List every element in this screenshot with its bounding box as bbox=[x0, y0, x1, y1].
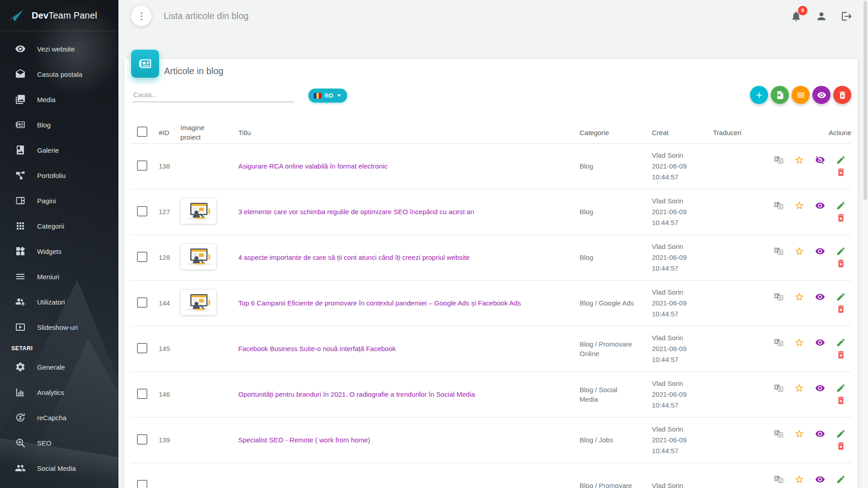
sidebar-item-analytics[interactable]: Analytics bbox=[0, 380, 118, 405]
row-title-link[interactable]: Facebook Business Suite-o nouă interfață… bbox=[238, 344, 410, 353]
sidebar-item-recapcha[interactable]: reCapcha bbox=[0, 405, 118, 430]
favorite-star-icon[interactable] bbox=[794, 429, 804, 439]
translate-icon[interactable] bbox=[774, 246, 783, 256]
toolbar-import-button[interactable] bbox=[771, 86, 789, 104]
delete-trash-icon[interactable] bbox=[836, 167, 846, 177]
visibility-icon[interactable] bbox=[815, 429, 825, 439]
sidebar-item-portofoliu[interactable]: Portofoliu bbox=[0, 163, 118, 188]
row-title-link[interactable]: Top 6 Campanii Eficiente de promovare în… bbox=[238, 298, 534, 308]
translate-icon[interactable] bbox=[774, 292, 783, 302]
sidebar-item-seo[interactable]: SEO bbox=[0, 430, 118, 455]
toolbar-preview-button[interactable] bbox=[812, 86, 830, 104]
row-created: Vlad Sorin bbox=[646, 463, 707, 488]
favorite-star-icon[interactable] bbox=[794, 155, 804, 165]
toolbar-add-button[interactable] bbox=[750, 86, 768, 104]
select-all-checkbox[interactable] bbox=[137, 127, 147, 137]
sidebar-item-generale[interactable]: Generale bbox=[0, 354, 118, 380]
row-category: Blog / Promovare Online bbox=[573, 326, 646, 371]
row-checkbox[interactable] bbox=[137, 160, 147, 171]
kebab-menu-button[interactable] bbox=[131, 6, 151, 26]
row-title-link[interactable]: Specialist SEO - Remote ( work from home… bbox=[238, 435, 384, 445]
delete-trash-icon[interactable] bbox=[836, 395, 846, 405]
table-row: 146 Oportunități pentru branduri în 2021… bbox=[131, 371, 851, 417]
translate-icon[interactable] bbox=[774, 338, 783, 347]
visibility-icon[interactable] bbox=[815, 292, 825, 302]
row-translations bbox=[707, 235, 761, 280]
row-title-link[interactable]: Asigurare RCA online valabilă în format … bbox=[238, 161, 401, 171]
sidebar-item-galerie[interactable]: Galerie bbox=[0, 137, 118, 163]
toolbar-delete-button[interactable] bbox=[833, 86, 851, 104]
translate-icon[interactable] bbox=[774, 201, 783, 211]
seo-icon bbox=[15, 437, 26, 448]
favorite-star-icon[interactable] bbox=[794, 201, 804, 211]
delete-trash-icon[interactable] bbox=[836, 213, 846, 223]
page-scrollbar[interactable] bbox=[863, 0, 868, 488]
sidebar-item-utilizatori[interactable]: Utilizatori bbox=[0, 289, 118, 314]
row-checkbox[interactable] bbox=[137, 206, 147, 216]
page-layout-icon bbox=[15, 195, 26, 206]
visibility-icon[interactable] bbox=[815, 246, 825, 256]
row-title-link[interactable]: 3 elemente care vor schimba regulile de … bbox=[238, 207, 488, 216]
visibility-icon[interactable] bbox=[815, 201, 825, 211]
row-title-link[interactable]: Oportunități pentru branduri în 2021. O … bbox=[238, 389, 489, 399]
edit-pencil-icon[interactable] bbox=[836, 338, 846, 347]
edit-pencil-icon[interactable] bbox=[836, 429, 846, 439]
translate-icon[interactable] bbox=[774, 429, 783, 439]
visibility-icon[interactable] bbox=[815, 474, 825, 484]
row-checkbox[interactable] bbox=[137, 297, 147, 308]
favorite-star-icon[interactable] bbox=[794, 474, 804, 484]
edit-pencil-icon[interactable] bbox=[836, 155, 846, 165]
sidebar-item-slideshow-uri[interactable]: Slideshow-uri bbox=[0, 314, 118, 340]
row-category: Blog bbox=[573, 235, 646, 280]
sidebar-item-casuta-postala[interactable]: Casuta postala bbox=[0, 61, 118, 87]
toolbar-list-button[interactable] bbox=[792, 86, 810, 104]
row-checkbox[interactable] bbox=[137, 343, 147, 353]
row-checkbox[interactable] bbox=[137, 389, 147, 399]
sidebar-item-media[interactable]: Media bbox=[0, 87, 118, 112]
edit-pencil-icon[interactable] bbox=[836, 201, 846, 211]
sidebar-item-meniuri[interactable]: Meniuri bbox=[0, 264, 118, 289]
search-input[interactable] bbox=[132, 89, 294, 102]
edit-pencil-icon[interactable] bbox=[836, 383, 846, 393]
delete-trash-icon[interactable] bbox=[836, 441, 846, 451]
visibility-icon[interactable] bbox=[815, 383, 825, 393]
sidebar-item-social-media[interactable]: Social Media bbox=[0, 455, 118, 481]
delete-trash-icon[interactable] bbox=[836, 258, 846, 268]
edit-pencil-icon[interactable] bbox=[836, 292, 846, 302]
favorite-star-icon[interactable] bbox=[794, 383, 804, 393]
row-checkbox[interactable] bbox=[137, 252, 147, 262]
visibility-icon[interactable] bbox=[815, 338, 825, 347]
user-profile-icon[interactable] bbox=[816, 10, 827, 22]
edit-pencil-icon[interactable] bbox=[836, 474, 846, 484]
favorite-star-icon[interactable] bbox=[794, 338, 804, 347]
favorite-star-icon[interactable] bbox=[794, 246, 804, 256]
favorite-star-icon[interactable] bbox=[794, 292, 804, 302]
row-checkbox[interactable] bbox=[137, 434, 147, 445]
delete-trash-icon[interactable] bbox=[836, 304, 846, 314]
translate-icon[interactable] bbox=[774, 383, 783, 393]
sidebar-item-pagini[interactable]: Pagini bbox=[0, 188, 118, 213]
scrollbar-thumb[interactable] bbox=[863, 1, 867, 200]
sidebar-item-categorii[interactable]: Categorii bbox=[0, 213, 118, 239]
logout-icon[interactable] bbox=[841, 10, 853, 22]
row-thumbnail bbox=[180, 244, 217, 270]
notifications-bell-icon[interactable]: 0 bbox=[790, 10, 802, 22]
row-checkbox[interactable] bbox=[137, 480, 147, 488]
sidebar-item-label: reCapcha bbox=[37, 414, 66, 422]
row-author: Vlad Sorin bbox=[652, 241, 707, 252]
mail-open-icon bbox=[15, 69, 26, 80]
sidebar-item-blog[interactable]: Blog bbox=[0, 112, 118, 137]
translate-icon[interactable] bbox=[774, 155, 783, 165]
sidebar-item-label: Blog bbox=[37, 121, 51, 129]
sidebar-item-label: Utilizatori bbox=[37, 298, 65, 306]
delete-trash-icon[interactable] bbox=[836, 350, 846, 360]
row-id: 127 bbox=[152, 189, 174, 235]
visibility-off-icon[interactable] bbox=[815, 155, 825, 165]
sidebar-item-widgets[interactable]: Widgets bbox=[0, 239, 118, 264]
row-title-link[interactable]: 4 aspecte importante de care să ții cont… bbox=[238, 253, 483, 262]
language-dropdown[interactable]: RO bbox=[308, 89, 347, 103]
articles-card: Articole in blog RO #ID Imagine proiect … bbox=[124, 59, 858, 488]
edit-pencil-icon[interactable] bbox=[836, 246, 846, 256]
sidebar-item-vezi-website[interactable]: Vezi website bbox=[0, 36, 118, 61]
translate-icon[interactable] bbox=[774, 474, 783, 484]
